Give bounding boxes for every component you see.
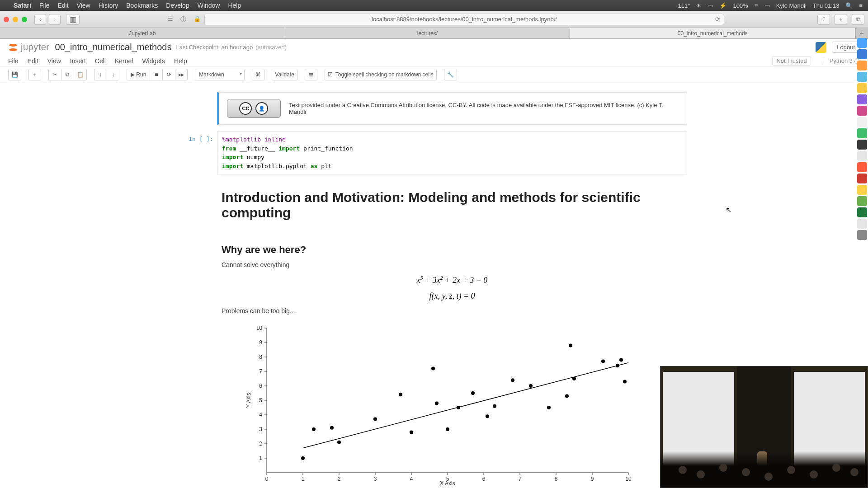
screen-mirror-icon[interactable]: ▭ bbox=[764, 2, 770, 9]
menu-bookmarks[interactable]: Bookmarks bbox=[126, 2, 158, 9]
tab-jupyterlab[interactable]: JupyterLab bbox=[0, 28, 285, 38]
menu-app-name[interactable]: Safari bbox=[14, 2, 31, 9]
dock-app-2[interactable] bbox=[857, 61, 867, 70]
svg-line-44 bbox=[303, 363, 628, 448]
dock-app-9[interactable] bbox=[857, 140, 867, 150]
sidebar-toggle-button[interactable]: ▥ bbox=[66, 14, 80, 25]
menu-develop[interactable]: Develop bbox=[166, 2, 189, 9]
svg-point-45 bbox=[301, 456, 305, 460]
reader-icon[interactable]: ☰ bbox=[168, 15, 173, 23]
nb-menu-help[interactable]: Help bbox=[174, 57, 187, 65]
status-temp[interactable]: 111° bbox=[678, 2, 690, 9]
battery-plug-icon[interactable]: ⚡ bbox=[719, 2, 726, 9]
tab-notebook[interactable]: 00_intro_numerical_methods bbox=[570, 28, 855, 38]
notebook-title[interactable]: 00_intro_numerical_methods bbox=[55, 42, 172, 52]
dock-app-12[interactable] bbox=[857, 174, 867, 183]
dock-app-10[interactable] bbox=[857, 151, 867, 161]
status-battery[interactable]: 100% bbox=[733, 2, 748, 9]
cell-intro-heading[interactable]: Introduction and Motivation: Modeling an… bbox=[181, 181, 687, 230]
display-icon[interactable]: ▭ bbox=[708, 2, 713, 9]
reload-icon[interactable]: ⟳ bbox=[715, 16, 720, 23]
move-down-button[interactable]: ↓ bbox=[107, 69, 119, 80]
cell-license[interactable]: CC 👤 Text provided under a Creative Comm… bbox=[181, 92, 687, 125]
svg-point-62 bbox=[565, 394, 569, 398]
kernel-name[interactable]: Python 3 bbox=[824, 57, 860, 64]
nb-menu-view[interactable]: View bbox=[47, 57, 61, 65]
logout-button[interactable]: Logout bbox=[832, 42, 860, 53]
dock-app-4[interactable] bbox=[857, 83, 867, 93]
dock-app-6[interactable] bbox=[857, 106, 867, 116]
dock-app-3[interactable] bbox=[857, 72, 867, 82]
svg-text:4: 4 bbox=[410, 476, 413, 482]
dock-app-1[interactable] bbox=[857, 49, 867, 59]
license-text: Text provided under a Creative Commons A… bbox=[289, 102, 679, 115]
menu-history[interactable]: History bbox=[99, 2, 118, 9]
nb-menu-insert[interactable]: Insert bbox=[70, 57, 86, 65]
cut-button[interactable]: ✂ bbox=[48, 69, 61, 80]
fan-icon[interactable]: ✶ bbox=[696, 2, 701, 9]
svg-text:3: 3 bbox=[259, 426, 262, 432]
close-window-button[interactable] bbox=[4, 17, 9, 22]
run-button[interactable]: ▶ Run bbox=[127, 69, 150, 80]
menu-window[interactable]: Window bbox=[198, 2, 220, 9]
tab-lectures[interactable]: lectures/ bbox=[285, 28, 571, 38]
svg-text:1: 1 bbox=[259, 455, 262, 461]
new-tab-button[interactable]: + bbox=[835, 14, 847, 25]
maximize-window-button[interactable] bbox=[22, 17, 27, 22]
spellcheck-toggle-button[interactable]: ☑Toggle spell checking on markdown cells bbox=[325, 69, 437, 80]
dock-app-15[interactable] bbox=[857, 207, 867, 217]
restart-button[interactable]: ⟳ bbox=[162, 69, 175, 80]
menu-file[interactable]: File bbox=[39, 2, 50, 9]
spotlight-icon[interactable]: 🔍 bbox=[845, 2, 853, 9]
status-clock[interactable]: Thu 01:13 bbox=[813, 2, 840, 9]
forward-button[interactable]: › bbox=[49, 14, 61, 25]
dock-app-0[interactable] bbox=[857, 38, 867, 48]
status-user[interactable]: Kyle Mandli bbox=[776, 2, 807, 9]
lock-icon[interactable]: 🔒 bbox=[193, 15, 201, 23]
nb-menu-edit[interactable]: Edit bbox=[28, 57, 38, 65]
toc-button[interactable]: ≣ bbox=[305, 69, 317, 80]
tab-strip: JupyterLab lectures/ 00_intro_numerical_… bbox=[0, 28, 868, 39]
dock-app-16[interactable] bbox=[857, 219, 867, 229]
video-pip[interactable] bbox=[660, 366, 868, 488]
dock-app-13[interactable] bbox=[857, 185, 867, 195]
menu-help[interactable]: Help bbox=[228, 2, 241, 9]
code-content[interactable]: %matplotlib inline from __future__ impor… bbox=[217, 131, 687, 174]
tabs-overview-button[interactable]: ⧉ bbox=[852, 14, 864, 25]
copy-button[interactable]: ⧉ bbox=[61, 69, 74, 80]
nb-menu-widgets[interactable]: Widgets bbox=[142, 57, 165, 65]
menu-icon[interactable]: ≡ bbox=[859, 2, 863, 9]
menu-edit[interactable]: Edit bbox=[57, 2, 68, 9]
interrupt-button[interactable]: ■ bbox=[150, 69, 162, 80]
macos-dock bbox=[856, 36, 868, 242]
privacy-icon[interactable]: ⓘ bbox=[180, 15, 186, 23]
restart-run-all-button[interactable]: ▸▸ bbox=[175, 69, 188, 80]
wifi-icon[interactable]: ⌔ bbox=[755, 2, 758, 9]
dock-app-8[interactable] bbox=[857, 128, 867, 138]
menu-view[interactable]: View bbox=[77, 2, 90, 9]
move-up-button[interactable]: ↑ bbox=[94, 69, 107, 80]
dock-app-11[interactable] bbox=[857, 162, 867, 172]
share-button[interactable]: ⤴ bbox=[817, 14, 830, 25]
minimize-window-button[interactable] bbox=[13, 17, 18, 22]
validate-button[interactable]: Validate bbox=[272, 69, 297, 80]
dock-app-14[interactable] bbox=[857, 196, 867, 206]
insert-cell-button[interactable]: ＋ bbox=[28, 69, 41, 80]
back-button[interactable]: ‹ bbox=[34, 14, 46, 25]
variable-inspector-button[interactable]: 🔧 bbox=[444, 69, 457, 80]
cell-imports[interactable]: In [ ]: %matplotlib inline from __future… bbox=[181, 131, 687, 174]
command-palette-button[interactable]: ⌘ bbox=[252, 69, 264, 80]
cell-why-heading[interactable]: Why are we here? Cannot solve everything… bbox=[181, 236, 687, 486]
nb-menu-kernel[interactable]: Kernel bbox=[115, 57, 133, 65]
dock-app-17[interactable] bbox=[857, 230, 867, 240]
cell-type-select[interactable]: Markdown bbox=[195, 69, 245, 80]
nb-menu-file[interactable]: File bbox=[8, 57, 19, 65]
paste-button[interactable]: 📋 bbox=[74, 69, 87, 80]
dock-app-5[interactable] bbox=[857, 94, 867, 104]
not-trusted-badge[interactable]: Not Trusted bbox=[772, 56, 811, 66]
url-bar[interactable]: ☰ ⓘ 🔒 localhost:8889/notebooks/lectures/… bbox=[204, 14, 724, 25]
save-button[interactable]: 💾 bbox=[8, 69, 21, 80]
dock-app-7[interactable] bbox=[857, 117, 867, 127]
jupyter-logo[interactable]: jupyter bbox=[8, 42, 50, 52]
nb-menu-cell[interactable]: Cell bbox=[95, 57, 106, 65]
